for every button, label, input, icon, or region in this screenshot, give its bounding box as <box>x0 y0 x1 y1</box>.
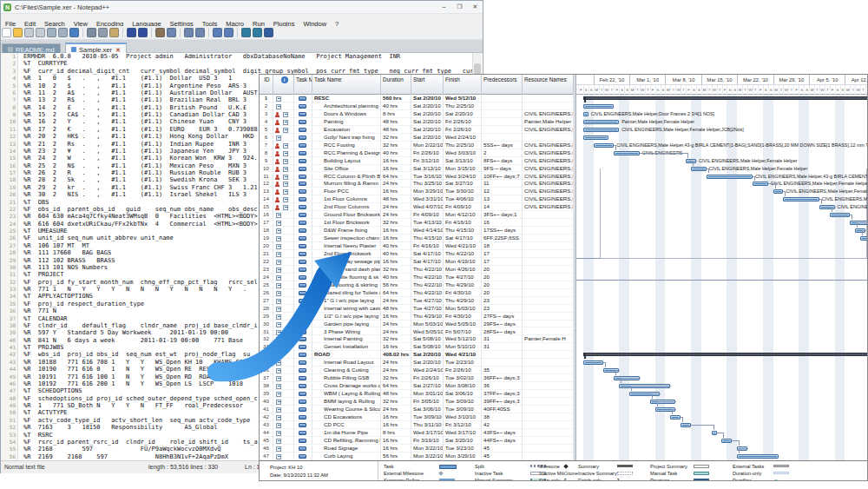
task-predecessors[interactable]: 10FF+~ days;7 <box>482 173 523 181</box>
task-start[interactable]: Sat 3/13/10 <box>411 165 444 173</box>
task-row[interactable]: 171st Floor Brickwork32 hrsTue 4/13/10Fr… <box>260 219 574 227</box>
task-resources[interactable] <box>523 320 574 328</box>
task-name[interactable]: Architechtural planning <box>312 102 381 110</box>
task-row[interactable]: 2Architechtural planning40 hrsSat 2/20/1… <box>260 102 574 110</box>
gantt-task-bar[interactable] <box>681 423 691 427</box>
task-duration[interactable]: 48 hrs <box>381 126 411 134</box>
task-start[interactable]: Tue 3/09/10 <box>411 413 444 421</box>
task-duration[interactable]: 40 hrs <box>381 149 411 157</box>
task-duration[interactable]: 16 hrs <box>381 188 411 195</box>
task-start[interactable]: Tue 4/13/10 <box>411 219 444 227</box>
task-duration[interactable]: 560 hrs <box>381 95 411 102</box>
open-folder-icon[interactable] <box>13 28 23 37</box>
task-finish[interactable]: Thu 4/29/10 <box>444 297 482 305</box>
task-duration[interactable]: 16 hrs <box>381 421 411 429</box>
show-all-chars-icon[interactable] <box>253 28 262 37</box>
task-predecessors[interactable]: 20 <box>482 266 523 274</box>
task-start[interactable]: Sat 4/17/10 <box>411 258 444 266</box>
zoom-in-icon[interactable] <box>184 28 194 37</box>
task-start[interactable]: Mon 3/22/10 <box>411 445 444 453</box>
task-start[interactable]: Tue 3/16/10 <box>411 173 444 181</box>
maximize-button[interactable]: ❐ <box>452 1 467 13</box>
task-duration[interactable]: 32 hrs <box>381 266 411 274</box>
copy-icon[interactable] <box>98 28 108 37</box>
task-duration[interactable]: 40 hrs <box>381 274 411 281</box>
task-predecessors[interactable]: 35 <box>482 367 523 374</box>
task-start[interactable]: Fri 2/26/10 <box>411 149 444 157</box>
task-predecessors[interactable]: 42 <box>482 421 523 429</box>
task-name[interactable]: Curb Laying <box>312 453 381 460</box>
column-header-duration[interactable]: Duration <box>381 75 411 95</box>
task-finish[interactable]: Sat 3/13/10 <box>444 157 482 165</box>
task-row[interactable]: 141st Floor Columns48 hrsWed 3/31/10Tue … <box>260 195 574 203</box>
task-duration[interactable]: 24 hrs <box>381 406 411 413</box>
task-duration[interactable]: 24 hrs <box>381 367 411 374</box>
task-duration[interactable]: 32 hrs <box>381 374 411 382</box>
task-finish[interactable]: Sat 3/20/10 <box>444 437 482 445</box>
task-start[interactable]: Wed 3/31/10 <box>411 195 444 203</box>
task-start[interactable]: Fri 4/16/10 <box>411 242 444 250</box>
task-duration[interactable]: 48 hrs <box>381 118 411 126</box>
task-predecessors[interactable] <box>482 359 523 367</box>
replace-icon[interactable] <box>167 28 176 37</box>
task-start[interactable]: Sat 2/20/10 <box>411 126 444 134</box>
task-resources[interactable] <box>523 313 574 320</box>
task-start[interactable]: Sat 2/20/10 <box>411 110 444 118</box>
task-finish[interactable]: Wed 3/03/10 <box>444 149 482 157</box>
task-predecessors[interactable]: 39FF+~ days;3 <box>482 398 523 406</box>
task-duration[interactable]: 16 hrs <box>381 437 411 445</box>
task-finish[interactable]: Mon 5/03/10 <box>444 305 482 313</box>
task-resources[interactable]: Painter,Male Helper <box>523 118 574 126</box>
gantt-task-bar[interactable] <box>614 151 640 155</box>
task-name[interactable]: Building Layout <box>312 157 381 165</box>
task-resources[interactable]: CIVIL ENGINEERS,Male <box>523 188 574 195</box>
task-finish[interactable]: Sat 4/17/10 <box>444 235 482 242</box>
task-duration[interactable]: 32 hrs <box>381 142 411 149</box>
task-predecessors[interactable]: 45 <box>482 445 523 453</box>
task-predecessors[interactable]: 44FS+~ days <box>482 437 523 445</box>
task-resources[interactable]: CIVIL ENGINEERS,Male <box>523 142 574 149</box>
task-duration[interactable]: 16 hrs <box>381 157 411 165</box>
gantt-task-bar[interactable] <box>583 104 614 109</box>
task-start[interactable]: Fri 2/26/10 <box>411 374 444 382</box>
task-duration[interactable]: 24 hrs <box>381 359 411 367</box>
task-row[interactable]: 10Site Office16 hrsSat 3/13/10Mon 3/15/1… <box>260 165 574 173</box>
task-start[interactable]: Tue 4/27/10 <box>411 297 444 305</box>
task-finish[interactable]: Mon 4/12/10 <box>444 211 482 219</box>
task-finish[interactable]: Wed 3/17/10 <box>444 429 482 437</box>
task-row[interactable]: 152nd Floor Columns24 hrsWed 4/07/10Fri … <box>260 203 574 211</box>
task-predecessors[interactable]: 12 <box>482 188 523 195</box>
gantt-task-bar[interactable] <box>583 360 604 365</box>
task-start[interactable]: Sat 3/06/10 <box>411 406 444 413</box>
task-name[interactable]: Road Signage <box>312 445 381 453</box>
task-finish[interactable]: Mon 4/19/10 <box>444 258 482 266</box>
task-start[interactable]: Mon 3/22/10 <box>411 453 444 460</box>
task-resources[interactable]: Painter,Female H <box>523 335 574 343</box>
task-start[interactable]: Fri 3/12/10 <box>411 157 444 165</box>
task-predecessors[interactable]: 31 <box>482 335 523 343</box>
redo-icon[interactable] <box>138 28 148 37</box>
task-start[interactable]: Thu 4/29/10 <box>411 313 444 320</box>
column-header-[interactable]: i <box>273 75 294 95</box>
task-resources[interactable]: CIVIL ENGINEERS,Male <box>523 110 574 118</box>
word-wrap-icon[interactable] <box>241 28 251 37</box>
task-resources[interactable] <box>523 421 574 429</box>
task-duration[interactable]: 8 hrs <box>381 110 411 118</box>
task-finish[interactable]: Wed 5/12/10 <box>444 335 482 343</box>
task-resources[interactable] <box>523 242 574 250</box>
task-duration[interactable]: 8 hrs <box>381 429 411 437</box>
task-finish[interactable]: Fri 4/30/10 <box>444 313 482 320</box>
task-duration[interactable]: 48 hrs <box>381 390 411 398</box>
task-duration[interactable]: 64 hrs <box>381 382 411 390</box>
task-predecessors[interactable]: 18 <box>482 242 523 250</box>
task-finish[interactable]: Thu 2/25/10 <box>444 102 482 110</box>
task-name[interactable]: RCC Column & Plinth Be <box>312 173 381 181</box>
task-finish[interactable]: Sat 2/20/10 <box>444 110 482 118</box>
gantt-task-bar[interactable] <box>753 182 768 186</box>
task-duration[interactable]: 48 hrs <box>381 305 411 313</box>
gantt-task-bar[interactable] <box>594 143 615 148</box>
task-row[interactable]: 12Murrum filling & Ramm24 hrsThu 3/25/10… <box>260 180 574 188</box>
task-predecessors[interactable] <box>482 110 523 118</box>
task-predecessors[interactable]: 37FF+~ days;3 <box>482 390 523 398</box>
task-predecessors[interactable] <box>482 102 523 110</box>
